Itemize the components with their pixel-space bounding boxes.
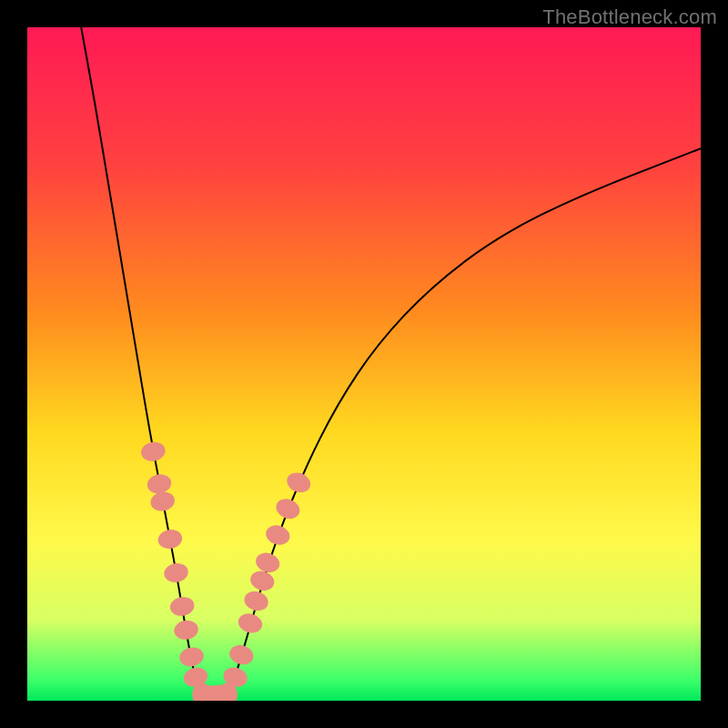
watermark-text: TheBottleneck.com bbox=[542, 5, 717, 29]
background-gradient bbox=[27, 27, 701, 701]
svg-rect-0 bbox=[27, 27, 701, 701]
chart-stage: TheBottleneck.com bbox=[0, 0, 728, 728]
plot-area bbox=[27, 27, 701, 701]
